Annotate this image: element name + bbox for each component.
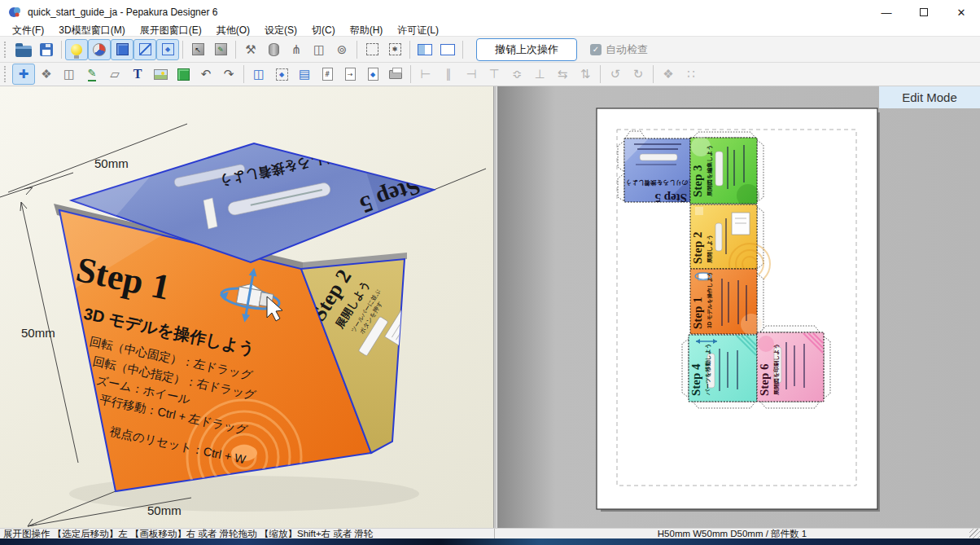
viewport-2d[interactable]: Step 5 のりしろを接着しよう Step 3 展開図を編集しよう (497, 86, 980, 528)
toggle-light-icon (71, 44, 82, 55)
menu-help[interactable]: 帮助(H) (343, 24, 391, 37)
toolbar-separator (409, 41, 410, 59)
text-tool-button[interactable]: T (126, 64, 149, 85)
link-tool-icon: ⊚ (337, 42, 348, 57)
cube-face-front[interactable]: Step 1 3D モデルを操作しよう 回転（中心固定）：左ドラッグ 回転（中心… (44, 210, 371, 514)
unfold-window-view-icon (440, 44, 455, 55)
page-object-button[interactable]: ◆ (361, 64, 384, 85)
pattern-piece-step6[interactable]: Step 6 展開図を印刷しよう (757, 326, 830, 408)
point-select-button[interactable]: ∷ (680, 64, 702, 85)
menu-unfold-window[interactable]: 展开图窗口(E) (133, 24, 209, 37)
toolbar-separator (462, 41, 463, 59)
distribute-v-button[interactable]: ⇅ (574, 64, 597, 85)
piece-title: 展開図を印刷しよう (773, 343, 780, 396)
undo-edit-button[interactable]: ↶ (195, 64, 217, 85)
toolbar-grip[interactable] (4, 66, 9, 82)
edit-solid-button[interactable]: ⚒ (239, 39, 262, 60)
texture-display-icon (93, 43, 106, 56)
erase-lines-tool-button[interactable]: ▱ (103, 64, 126, 85)
image-tool-button[interactable] (149, 64, 172, 85)
close-button[interactable]: ✕ (943, 0, 980, 24)
menu-3d-window[interactable]: 3D模型窗口(M) (51, 24, 132, 37)
link-tool-button[interactable]: ⊚ (330, 39, 353, 60)
menu-others[interactable]: 其他(O) (209, 24, 257, 37)
auto-layout-button[interactable]: ▤ (293, 64, 316, 85)
select-move-tool-icon: ✚ (19, 67, 29, 81)
edit-flaps-tool-button[interactable]: ❖ (35, 64, 58, 85)
pattern-piece-step4[interactable]: Step 4 パーツを移動しよう (682, 335, 757, 408)
align-bottom-icon: ⊥ (534, 67, 545, 81)
toggle-light-button[interactable] (65, 39, 88, 60)
two-pane-view-button[interactable] (413, 39, 436, 60)
solid-display-button[interactable] (111, 39, 133, 60)
edit-lines-tool-button[interactable]: ✎ (81, 64, 103, 85)
align-center-button[interactable]: ∥ (437, 64, 460, 85)
insert-box-button[interactable] (172, 64, 195, 85)
pattern-piece-step3[interactable]: Step 3 展開図を編集しよう (690, 132, 763, 207)
pattern-piece-step5[interactable]: Step 5 のりしろを接着しよう (618, 131, 690, 204)
page-number-button[interactable]: # (316, 64, 339, 85)
piece-title: 3D モデルを操作しよう (707, 271, 713, 328)
viewport-3d[interactable]: 50mm 50mm 50mm Step 1 3D モデルを操作しよう (0, 86, 493, 528)
align-center-icon: ∥ (445, 67, 452, 81)
piece-step-label: Step 3 (691, 165, 704, 197)
align-left-button[interactable]: ⊢ (414, 64, 437, 85)
resize-grip[interactable] (969, 529, 980, 538)
align-bottom-button[interactable]: ⊥ (528, 64, 551, 85)
pattern-piece-step1[interactable]: Step 1 3D モデルを操作しよう (690, 269, 763, 335)
align-middle-button[interactable]: ≎ (505, 64, 528, 85)
redo-edit-icon: ↷ (224, 67, 234, 81)
unfold-window-view-button[interactable] (436, 39, 459, 60)
minimize-button[interactable]: — (868, 0, 905, 24)
region-select-button[interactable] (361, 39, 383, 60)
region-select-settings-button[interactable]: ✱ (383, 39, 406, 60)
fit-view-button[interactable]: ◆ (270, 64, 293, 85)
region-select-icon (366, 43, 378, 55)
insert-box-icon (177, 68, 190, 81)
edit-solid-icon: ⚒ (245, 42, 256, 57)
cylinder-tool-button[interactable] (262, 39, 285, 60)
divide-join-tool-button[interactable]: ◫ (58, 64, 81, 85)
rotate-right-button[interactable]: ↻ (627, 64, 650, 85)
status-bar: 展开图操作 【选定后移动】左 【画板移动】右 或者 滑轮拖动 【缩放】Shift… (0, 528, 980, 538)
open-file-button[interactable] (12, 39, 35, 60)
menu-settings[interactable]: 设定(S) (257, 24, 304, 37)
rotate-left-button[interactable]: ↺ (604, 64, 627, 85)
texture-display-button[interactable] (88, 39, 111, 60)
paint-faces-3d-button[interactable]: ✎ (209, 39, 232, 60)
minimize-icon: — (882, 7, 892, 19)
select-parts-3d-button[interactable]: ↖ (186, 39, 209, 60)
junction-tool-button[interactable]: ⋔ (285, 39, 308, 60)
toolbar-grip[interactable] (4, 42, 9, 58)
select-move-tool-button[interactable]: ✚ (12, 64, 35, 85)
app-logo-icon (8, 6, 21, 19)
save-file-button[interactable] (35, 39, 58, 60)
mirror-tool-button[interactable]: ◫ (308, 39, 330, 60)
flap-display-icon: ◆ (162, 43, 174, 55)
fold-preview-button[interactable]: ◫ (247, 64, 270, 85)
undo-last-operation-button[interactable]: 撤销上次操作 (476, 38, 577, 61)
wireframe-display-button[interactable] (133, 39, 156, 60)
maximize-button[interactable] (905, 0, 943, 24)
erase-lines-tool-icon: ▱ (110, 67, 120, 81)
distribute-h-button[interactable]: ⇆ (551, 64, 574, 85)
piece-step-label: Step 6 (758, 363, 771, 396)
edit-mode-tab: Edit Mode (879, 86, 980, 108)
rotate-left-icon: ↺ (610, 67, 621, 81)
align-top-button[interactable]: ⊤ (483, 64, 505, 85)
align-right-icon: ⊣ (466, 67, 476, 81)
print-button[interactable] (384, 64, 407, 85)
align-right-button[interactable]: ⊣ (460, 64, 483, 85)
redo-edit-button[interactable]: ↷ (217, 64, 240, 85)
menu-cut[interactable]: 切(C) (304, 24, 343, 37)
piece-step-label: Step 2 (691, 231, 704, 264)
toolbar-separator (243, 65, 244, 83)
page-export-button[interactable]: → (339, 64, 361, 85)
menu-license[interactable]: 许可证(L) (390, 24, 446, 37)
auto-check-checkbox[interactable]: ✓ 自动检查 (590, 42, 648, 57)
group-select-button[interactable]: ❖ (657, 64, 680, 85)
menu-file[interactable]: 文件(F) (5, 24, 51, 37)
text-tool-icon: T (133, 67, 142, 81)
edit-flaps-tool-icon: ❖ (41, 67, 51, 81)
flap-display-button[interactable]: ◆ (156, 39, 179, 60)
